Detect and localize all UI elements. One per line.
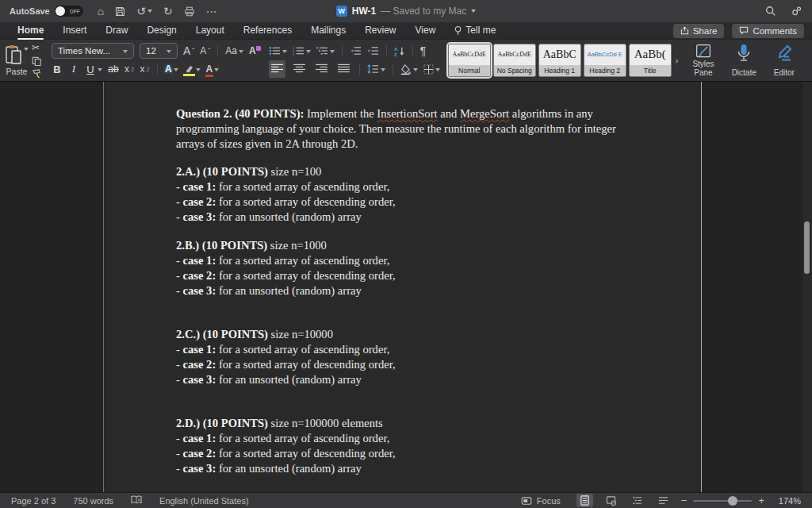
italic-button[interactable]: I [68, 63, 79, 75]
font-size-value: 12 [146, 46, 160, 56]
tab-insert[interactable]: Insert [63, 23, 86, 38]
tab-view[interactable]: View [416, 23, 436, 38]
tab-review[interactable]: Review [365, 23, 396, 38]
numbering-caret [306, 50, 311, 56]
multilevel-list-button[interactable] [316, 46, 335, 56]
zoom-in-button[interactable]: + [758, 495, 764, 506]
style-normal[interactable]: AaBbCcDdE Normal [448, 44, 491, 77]
vertical-scrollbar[interactable] [802, 82, 812, 492]
print-layout-view-button[interactable] [576, 494, 593, 507]
more-commands-icon[interactable]: ⋯ [206, 6, 217, 17]
word-count[interactable]: 750 words [73, 496, 113, 506]
focus-toggle[interactable]: Focus [521, 496, 561, 506]
zoom-percentage[interactable]: 174% [774, 496, 801, 506]
style-no-spacing[interactable]: AaBbCcDdE No Spacing [493, 44, 536, 77]
style-title[interactable]: AaBb( Title [629, 44, 672, 77]
comments-button[interactable]: Comments [732, 24, 804, 38]
change-case-button[interactable]: Aa [225, 45, 243, 56]
mini-divider [217, 45, 218, 56]
document-save-status[interactable]: — Saved to my Mac [381, 6, 466, 17]
redo-button[interactable]: ↻ [163, 6, 173, 17]
style-label: Title [630, 65, 671, 76]
draft-view-button[interactable] [655, 494, 672, 507]
search-icon[interactable] [765, 6, 776, 17]
case-label: case 2: [183, 195, 216, 208]
align-right-button[interactable] [313, 60, 330, 78]
tab-references[interactable]: References [243, 23, 292, 38]
proofing-icon[interactable] [131, 495, 142, 506]
case-label: case 2: [183, 358, 216, 371]
clear-formatting-button[interactable]: A [249, 45, 256, 56]
justify-button[interactable] [335, 60, 352, 78]
align-center-button[interactable] [291, 60, 308, 78]
styles-pane-button[interactable]: Styles Pane [688, 42, 718, 78]
title-dropdown-caret[interactable] [471, 10, 476, 15]
case-prefix: - [176, 269, 183, 282]
line-spacing-button[interactable] [367, 64, 385, 74]
scrollbar-thumb[interactable] [804, 221, 810, 274]
gallery-more-button[interactable]: › [676, 56, 679, 65]
font-size-select[interactable]: 12 [140, 43, 178, 59]
home-icon[interactable]: ⌂ [98, 6, 104, 17]
tab-tell-me[interactable]: Tell me [454, 23, 496, 38]
presence-share-icon[interactable] [791, 6, 802, 17]
comments-label: Comments [753, 26, 797, 36]
sort-button[interactable]: AZ [394, 46, 405, 56]
autosave-control[interactable]: AutoSave OFF [10, 6, 83, 17]
bold-button[interactable]: B [52, 64, 63, 75]
shading-button[interactable] [400, 64, 418, 75]
mathtype-button[interactable]: MathType [807, 42, 812, 78]
copy-icon[interactable] [32, 56, 42, 66]
tab-draw[interactable]: Draw [105, 23, 128, 38]
zoom-slider-track[interactable] [693, 500, 752, 502]
autosave-toggle[interactable]: OFF [55, 6, 83, 17]
save-icon[interactable] [115, 6, 125, 17]
highlight-button[interactable] [184, 65, 201, 74]
tab-layout[interactable]: Layout [196, 23, 224, 38]
styles-gallery: AaBbCcDdE Normal AaBbCcDdE No Spacing Aa… [448, 42, 680, 78]
paste-dropdown-caret[interactable] [24, 48, 29, 53]
align-left-button[interactable] [269, 60, 285, 78]
document-text[interactable]: Question 2. (40 POINTS): Implement the I… [176, 106, 636, 476]
underline-button[interactable]: U [85, 64, 102, 75]
zoom-slider-thumb[interactable] [728, 496, 737, 506]
editor-button[interactable]: Editor [769, 42, 799, 78]
page-indicator[interactable]: Page 2 of 3 [11, 496, 56, 506]
clipboard-icon [5, 44, 22, 65]
style-heading-2[interactable]: AaBbCcDd E Heading 2 [584, 44, 626, 77]
outline-view-button[interactable] [629, 494, 645, 507]
numbering-button[interactable]: 123 [293, 46, 311, 56]
dictate-button[interactable]: Dictate [727, 42, 761, 78]
subscript-button[interactable]: x2 [124, 64, 134, 75]
style-heading-1[interactable]: AaBbC Heading 1 [538, 44, 581, 77]
shrink-font-button[interactable]: Aˇ [200, 45, 210, 56]
zoom-out-button[interactable]: − [681, 495, 688, 506]
tab-mailings[interactable]: Mailings [311, 23, 346, 38]
grow-font-button[interactable]: Aˆ [183, 44, 194, 57]
borders-button[interactable] [423, 64, 440, 75]
undo-button[interactable]: ↺ [136, 6, 152, 17]
strikethrough-button[interactable]: ab [108, 64, 119, 75]
document-name: HW-1 [352, 6, 376, 17]
superscript-button[interactable]: x2 [140, 64, 149, 75]
show-paragraph-marks-button[interactable]: ¶ [420, 44, 427, 57]
style-sample: AaBbCcDdE [494, 44, 535, 65]
decrease-indent-button[interactable] [350, 46, 362, 56]
increase-indent-button[interactable] [367, 46, 379, 56]
document-page[interactable]: Question 2. (40 POINTS): Implement the I… [103, 82, 702, 492]
undo-dropdown-caret[interactable] [147, 10, 152, 15]
tab-home[interactable]: Home [17, 23, 44, 38]
font-color-button[interactable]: A [206, 64, 220, 75]
tab-design[interactable]: Design [147, 23, 176, 38]
web-layout-view-button[interactable] [603, 494, 619, 507]
share-button[interactable]: Share [673, 24, 725, 38]
print-icon[interactable] [184, 6, 195, 17]
bullets-button[interactable] [269, 46, 287, 56]
text-effects-button[interactable]: A [165, 64, 178, 75]
language-indicator[interactable]: English (United States) [159, 496, 249, 506]
cut-icon[interactable]: ✂ [32, 42, 42, 53]
font-name-select[interactable]: Times New... [52, 43, 134, 59]
zoom-slider[interactable]: − + [681, 495, 764, 506]
paste-button[interactable]: Paste [5, 44, 29, 76]
format-painter-icon[interactable] [32, 69, 42, 79]
